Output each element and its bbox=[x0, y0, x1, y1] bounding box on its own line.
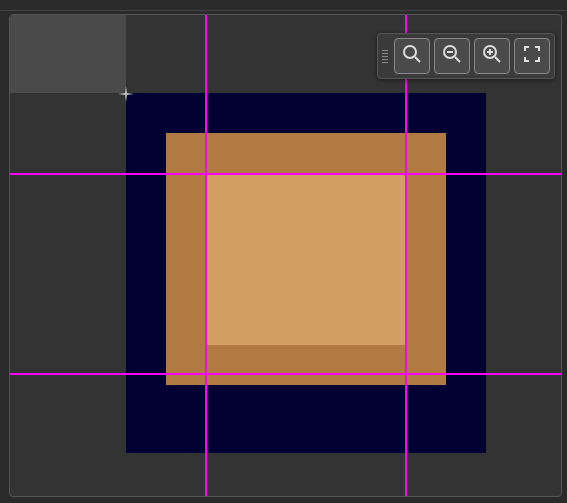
zoom-reset-button[interactable] bbox=[394, 38, 430, 74]
guide-vertical-1 bbox=[205, 15, 207, 496]
svg-line-6 bbox=[495, 57, 500, 62]
zoom-toolbar bbox=[377, 33, 555, 79]
magnifier-plus-icon bbox=[482, 44, 502, 68]
inner-square bbox=[206, 173, 406, 345]
guide-horizontal-1 bbox=[10, 173, 561, 175]
svg-line-3 bbox=[455, 57, 460, 62]
svg-point-0 bbox=[404, 46, 416, 58]
guide-vertical-2 bbox=[405, 15, 407, 496]
fullscreen-icon bbox=[522, 44, 542, 68]
fullscreen-button[interactable] bbox=[514, 38, 550, 74]
zoom-out-button[interactable] bbox=[434, 38, 470, 74]
svg-line-1 bbox=[415, 57, 420, 62]
origin-corner-block bbox=[10, 15, 126, 93]
magnifier-minus-icon bbox=[442, 44, 462, 68]
canvas-viewport[interactable] bbox=[9, 14, 562, 497]
toolbar-drag-handle-icon[interactable] bbox=[382, 50, 388, 63]
guide-horizontal-2 bbox=[10, 373, 561, 375]
zoom-in-button[interactable] bbox=[474, 38, 510, 74]
magnifier-reset-icon bbox=[402, 44, 422, 68]
window-top-strip bbox=[0, 0, 567, 11]
